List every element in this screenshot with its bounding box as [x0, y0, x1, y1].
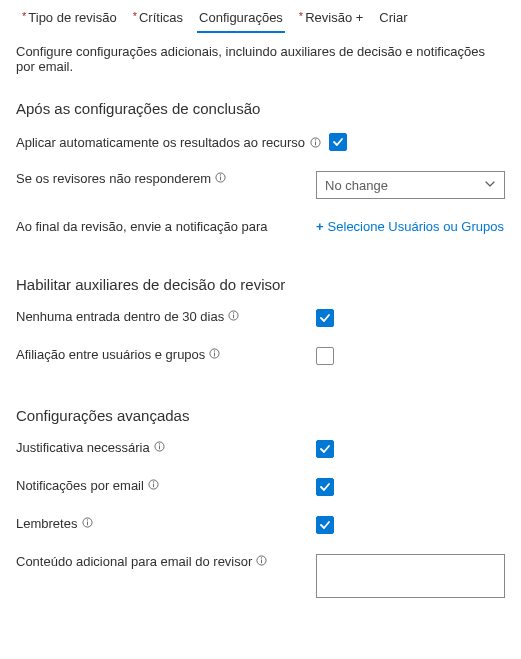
- tab-label: Revisão +: [305, 10, 363, 25]
- row-no-respond: Se os revisores não responderem No chang…: [0, 165, 521, 205]
- checkbox-affiliation[interactable]: [316, 347, 334, 365]
- tab-settings[interactable]: Configurações: [193, 6, 289, 33]
- label-no-signin: Nenhuma entrada dentro de 30 dias: [16, 309, 240, 324]
- info-icon[interactable]: [256, 555, 268, 567]
- checkbox-reminders[interactable]: [316, 516, 334, 534]
- tab-create[interactable]: Criar: [373, 6, 413, 33]
- label-auto-apply: Aplicar automaticamente os resultados ao…: [16, 135, 321, 150]
- required-asterisk: *: [299, 10, 303, 22]
- dropdown-value: No change: [325, 178, 388, 193]
- tabs-bar: *Tipo de revisão *Críticas Configurações…: [0, 0, 521, 34]
- settings-description: Configure configurações adicionais, incl…: [0, 34, 521, 92]
- tab-label: Criar: [379, 10, 407, 25]
- row-email-notif: Notificações por email: [0, 472, 521, 502]
- row-extra-content: Conteúdo adicional para email do revisor: [0, 548, 521, 604]
- label-reminders: Lembretes: [16, 516, 93, 531]
- label-justification: Justificativa necessária: [16, 440, 165, 455]
- svg-point-11: [214, 350, 215, 351]
- info-icon[interactable]: [148, 479, 160, 491]
- tab-label: Configurações: [199, 10, 283, 25]
- tab-label: Tipo de revisão: [28, 10, 116, 25]
- svg-point-14: [159, 443, 160, 444]
- dropdown-no-respond[interactable]: No change: [316, 171, 505, 199]
- tab-review-type[interactable]: *Tipo de revisão: [16, 6, 123, 33]
- plus-icon: +: [316, 219, 324, 234]
- section-completion-title: Após as configurações de conclusão: [0, 92, 521, 127]
- tab-label: Críticas: [139, 10, 183, 25]
- row-no-signin: Nenhuma entrada dentro de 30 dias: [0, 303, 521, 333]
- row-auto-apply: Aplicar automaticamente os resultados ao…: [0, 127, 521, 157]
- row-notify: Ao final da revisão, envie a notificação…: [0, 213, 521, 240]
- label-affiliation: Afiliação entre usuários e grupos: [16, 347, 221, 362]
- label-no-respond: Se os revisores não responderem: [16, 171, 227, 186]
- label-notify: Ao final da revisão, envie a notificação…: [16, 219, 268, 234]
- tab-reviews[interactable]: *Críticas: [127, 6, 189, 33]
- label-extra-content: Conteúdo adicional para email do revisor: [16, 554, 268, 569]
- row-justification: Justificativa necessária: [0, 434, 521, 464]
- svg-point-5: [220, 174, 221, 175]
- svg-point-8: [233, 312, 234, 313]
- required-asterisk: *: [133, 10, 137, 22]
- tab-review-plus[interactable]: *Revisão +: [293, 6, 369, 33]
- info-icon[interactable]: [153, 441, 165, 453]
- required-asterisk: *: [22, 10, 26, 22]
- checkbox-auto-apply[interactable]: [329, 133, 347, 151]
- svg-point-23: [261, 557, 262, 558]
- info-icon[interactable]: [81, 517, 93, 529]
- section-advanced-title: Configurações avançadas: [0, 399, 521, 434]
- checkbox-justification[interactable]: [316, 440, 334, 458]
- extra-content-textarea[interactable]: [316, 554, 505, 598]
- add-users-groups-link[interactable]: + Selecione Usuários ou Grupos: [316, 219, 504, 234]
- checkbox-email-notif[interactable]: [316, 478, 334, 496]
- link-text: Selecione Usuários ou Grupos: [328, 219, 504, 234]
- info-icon[interactable]: [209, 348, 221, 360]
- label-email-notif: Notificações por email: [16, 478, 160, 493]
- checkbox-no-signin[interactable]: [316, 309, 334, 327]
- info-icon[interactable]: [228, 310, 240, 322]
- info-icon[interactable]: [309, 136, 321, 148]
- section-helpers-title: Habilitar auxiliares de decisão do revis…: [0, 268, 521, 303]
- svg-point-2: [314, 139, 315, 140]
- row-affiliation: Afiliação entre usuários e grupos: [0, 341, 521, 371]
- chevron-down-icon: [484, 178, 496, 193]
- row-reminders: Lembretes: [0, 510, 521, 540]
- svg-point-20: [86, 519, 87, 520]
- svg-point-17: [153, 481, 154, 482]
- info-icon[interactable]: [215, 172, 227, 184]
